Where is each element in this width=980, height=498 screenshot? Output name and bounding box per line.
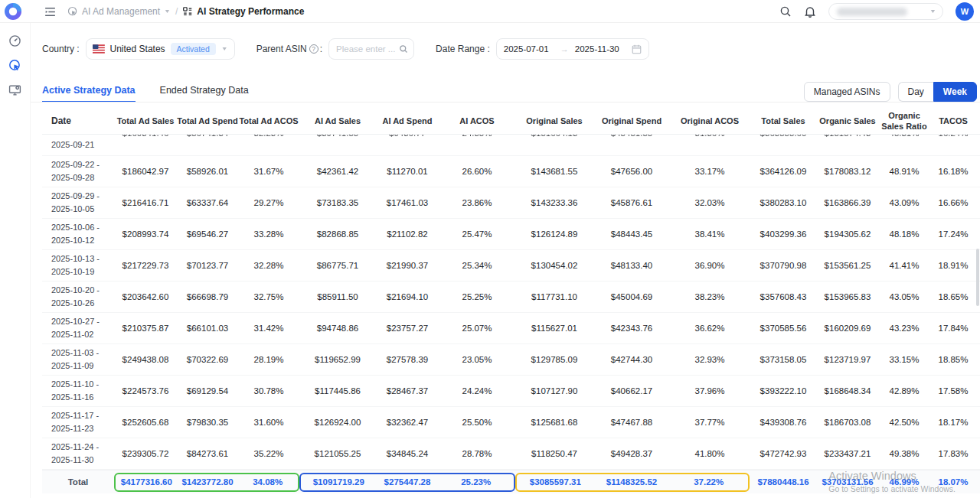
date-range-label: Date Range : (436, 44, 490, 54)
cell-value: 24.24% (439, 386, 515, 395)
cell-value: $163866.39 (817, 198, 878, 207)
cell-value: $217229.73 (114, 261, 177, 270)
tab-ended-strategy-data[interactable]: Ended Strategy Data (160, 85, 249, 103)
total-value: $3703131.56 (817, 477, 878, 487)
tab-active-strategy-data[interactable]: Active Strategy Data (42, 85, 136, 103)
cell-value: 32.28% (238, 261, 299, 270)
help-circle-icon[interactable]: ? (309, 44, 318, 54)
row-date: 2025-09-29 -2025-10-05 (42, 190, 114, 216)
cell-value: 42.89% (878, 386, 930, 395)
avatar[interactable]: W (956, 2, 974, 21)
notification-bell-icon[interactable] (804, 5, 816, 18)
dashboard-icon[interactable] (8, 34, 21, 47)
original-group-highlight: $3085597.31 $1148325.52 37.22% (515, 473, 750, 492)
total-value: $1148325.52 (594, 477, 670, 487)
cell-value: $69129.54 (177, 386, 238, 395)
vertical-scrollbar-thumb[interactable] (976, 249, 979, 306)
ad-management-icon (67, 6, 78, 17)
cell-value: $194305.62 (817, 229, 878, 239)
cell-value: $28467.37 (376, 386, 439, 395)
us-flag-icon (93, 44, 105, 54)
search-icon[interactable] (779, 5, 792, 18)
cell-value: $85911.50 (299, 292, 376, 301)
table-row: 2025-11-17 -2025-11-23$252605.68$79830.3… (42, 407, 980, 438)
cell-value: $21990.37 (376, 261, 439, 270)
column-header: Organic Sales Ratio (878, 111, 930, 132)
cell-value: $27578.39 (376, 355, 439, 364)
cell-value: $45876.61 (593, 198, 670, 207)
profile-selector[interactable]: ▼ (828, 3, 943, 20)
table-row: 2025-10-20 -2025-10-26$203642.60$66698.7… (42, 282, 980, 313)
table-row: 2025-09-21$160341.46$56741.3432.28%$3974… (42, 135, 980, 156)
column-header: TACOS (930, 116, 976, 127)
column-header: Total Ad ACOS (238, 116, 299, 127)
cell-value: 25.34% (439, 261, 515, 270)
day-toggle-button[interactable]: Day (898, 82, 933, 102)
cell-value: $49428.37 (593, 449, 670, 458)
strategy-data-table: DateTotal Ad SalesTotal Ad SpendTotal Ad… (42, 109, 980, 493)
managed-asins-button[interactable]: Managed ASINs (804, 82, 890, 102)
cell-value: $203642.60 (114, 292, 177, 301)
strategy-performance-icon (182, 6, 193, 17)
column-header: Original Spend (593, 116, 670, 127)
cell-value: 32.03% (670, 198, 750, 207)
cell-value: 18.91% (930, 261, 976, 270)
cell-value: $403299.36 (750, 229, 817, 239)
cell-value: $69546.27 (177, 229, 238, 239)
breadcrumb-section[interactable]: AI Ad Management ▼ (67, 6, 171, 17)
column-header: Original Sales (515, 116, 593, 127)
cell-value: 31.60% (238, 418, 299, 427)
cell-value: $48443.45 (593, 229, 670, 239)
cell-value: $143681.55 (515, 167, 593, 176)
total-value: $7880448.16 (750, 477, 817, 487)
cell-value: $79830.35 (177, 418, 238, 427)
cell-value: $47656.00 (593, 167, 670, 176)
cell-value: 25.50% (439, 418, 515, 427)
date-start-input[interactable]: 2025-07-01 (504, 44, 554, 54)
cell-value: 43.23% (878, 324, 930, 333)
cell-value: $56741.34 (177, 135, 238, 138)
breadcrumb-separator: / (175, 6, 178, 17)
cell-value: $21694.10 (376, 292, 439, 301)
cell-value: 16.66% (930, 198, 976, 207)
cell-value: $126924.00 (299, 418, 376, 427)
ad-management-icon[interactable] (8, 59, 21, 72)
cell-value: 18.17% (930, 418, 976, 427)
sidebar-collapse-icon[interactable] (44, 5, 57, 18)
cell-value: 24.85% (439, 135, 515, 138)
cell-value: $186703.08 (817, 418, 878, 427)
week-toggle-button[interactable]: Week (933, 82, 977, 102)
cell-value: $439308.76 (750, 418, 817, 427)
monitor-settings-icon[interactable] (8, 83, 21, 96)
app-logo-icon (4, 2, 22, 21)
cell-value: 43.09% (878, 198, 930, 207)
date-range-picker[interactable]: 2025-07-01 → 2025-11-30 (496, 38, 649, 60)
country-select[interactable]: United States Activated ▼ (86, 38, 235, 60)
country-status-badge: Activated (171, 43, 216, 55)
cell-value: 38.41% (670, 229, 750, 239)
cell-value: $123719.97 (817, 355, 878, 364)
total-value: $4177316.60 (116, 477, 178, 487)
breadcrumb-page: AI Strategy Performance (182, 6, 304, 17)
search-icon[interactable] (399, 44, 408, 54)
date-end-input[interactable]: 2025-11-30 (575, 44, 626, 54)
chevron-down-icon: ▼ (164, 8, 171, 15)
total-value: $1423772.80 (178, 477, 238, 487)
cell-value: $70123.77 (177, 261, 238, 270)
column-header: Organic Sales (817, 116, 878, 127)
cell-value: $210375.87 (114, 324, 177, 333)
calendar-icon (632, 44, 642, 54)
table-row: 2025-11-24 -2025-11-30$239305.72$84273.6… (42, 438, 980, 470)
cell-value: 33.17% (670, 167, 750, 176)
cell-value: $17461.03 (376, 198, 439, 207)
table-row: 2025-10-06 -2025-10-12$208993.74$69546.2… (42, 219, 980, 250)
cell-value: $11270.01 (376, 167, 439, 176)
cell-value: $160209.69 (817, 324, 878, 333)
cell-value: 49.38% (878, 449, 930, 458)
cell-value: $73183.35 (299, 198, 376, 207)
cell-value: $224573.76 (114, 386, 177, 395)
total-value: 46.99% (878, 477, 930, 487)
cell-value: $363555.60 (750, 135, 817, 138)
cell-value: 48.91% (878, 167, 930, 176)
row-date: 2025-09-21 (42, 135, 114, 151)
